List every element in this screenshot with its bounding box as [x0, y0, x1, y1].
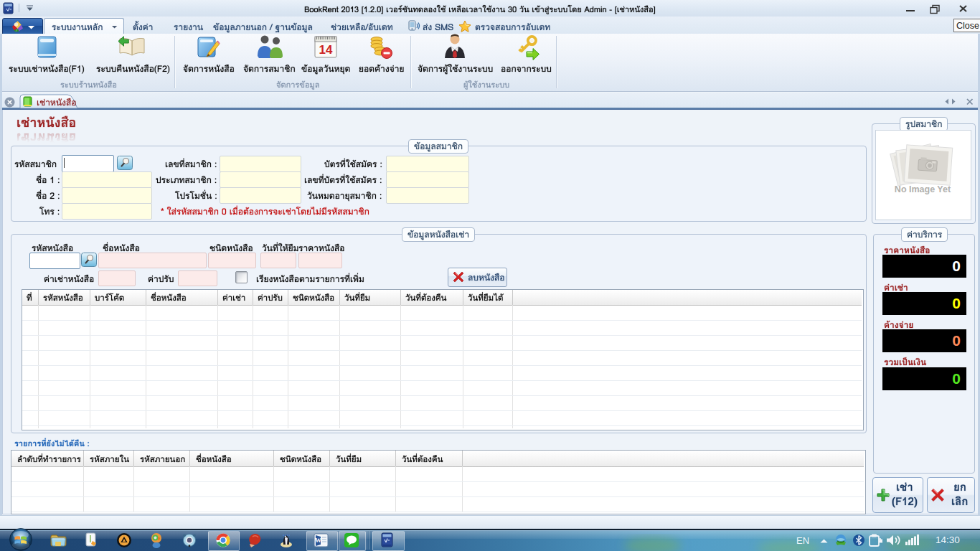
- svg-text:14: 14: [319, 43, 333, 57]
- svg-text:W: W: [315, 537, 321, 544]
- svg-text:No Image Yet: No Image Yet: [895, 184, 951, 194]
